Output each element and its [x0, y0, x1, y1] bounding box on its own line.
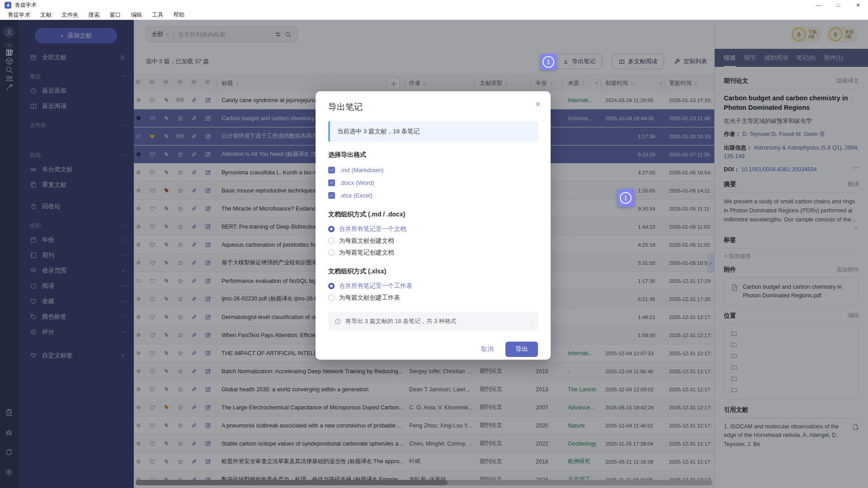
radio-unselected-icon[interactable] — [328, 249, 335, 256]
export-summary-note: 将导出 3 篇文献的 18 条笔记，共 3 种格式 — [328, 312, 538, 331]
format-checkbox-.docx (Word)[interactable]: .docx (Word) — [328, 176, 538, 189]
radio-selected-icon[interactable] — [328, 226, 335, 232]
maximize-button[interactable]: □ — [828, 0, 848, 10]
dialog-title: 导出笔记 — [328, 101, 538, 113]
menu-item-窗口[interactable]: 窗口 — [105, 10, 126, 20]
minimize-button[interactable]: — — [808, 0, 828, 10]
step-annotation-badge: 1 — [540, 54, 557, 70]
export-notes-dialog: 导出笔记 ✕ 当前选中 3 篇文献，18 条笔记 选择导出格式 .md (Mar… — [316, 91, 551, 360]
radio-selected-icon[interactable] — [328, 283, 335, 289]
menu-item-文献[interactable]: 文献 — [35, 10, 57, 20]
menu-item-编辑[interactable]: 编辑 — [126, 10, 147, 20]
step-annotation-badge: 1 — [617, 189, 634, 207]
dialog-close-icon[interactable]: ✕ — [535, 100, 541, 108]
window-title: 青提学术 — [15, 1, 37, 9]
menu-item-青提学术[interactable]: 青提学术 — [3, 10, 35, 20]
doc-org-section-label: 文档组织方式 (.md / .docx) — [328, 211, 538, 219]
format-checkbox-.xlsx (Excel)[interactable]: .xlsx (Excel) — [328, 189, 538, 202]
app-window: 青提学术 — □ ✕ 青提学术文献文件夹搜索窗口编辑工具帮助 VIP + 添加文… — [0, 0, 868, 488]
doc-org-option-合并所有笔记至一个文档[interactable]: 合并所有笔记至一个文档 — [328, 223, 538, 235]
menu-item-工具[interactable]: 工具 — [147, 10, 169, 20]
radio-unselected-icon[interactable] — [328, 295, 335, 301]
format-checkbox-.md (Markdown)[interactable]: .md (Markdown) — [328, 164, 538, 176]
format-section-label: 选择导出格式 — [328, 151, 538, 159]
doc-org-option-为每篇笔记创建文档[interactable]: 为每篇笔记创建文档 — [328, 247, 538, 258]
close-button[interactable]: ✕ — [848, 0, 868, 10]
export-confirm-button[interactable]: 导出 — [505, 342, 538, 357]
menu-item-帮助[interactable]: 帮助 — [169, 10, 190, 20]
info-icon — [335, 318, 341, 325]
checkbox-checked-icon[interactable] — [328, 179, 335, 186]
doc-org-option-为每篇文献创建文档[interactable]: 为每篇文献创建文档 — [328, 235, 538, 247]
xlsx-org-option-合并所有笔记至一个工作表[interactable]: 合并所有笔记至一个工作表 — [328, 280, 538, 292]
checkbox-checked-icon[interactable] — [328, 192, 335, 199]
cancel-button[interactable]: 取消 — [481, 345, 494, 353]
xlsx-org-section-label: 文档组织方式 (.xlsx) — [328, 267, 538, 276]
titlebar: 青提学术 — □ ✕ — [0, 0, 868, 10]
radio-unselected-icon[interactable] — [328, 238, 335, 244]
checkbox-checked-icon[interactable] — [328, 167, 335, 174]
menu-item-搜索[interactable]: 搜索 — [84, 10, 105, 20]
selection-info-banner: 当前选中 3 篇文献，18 条笔记 — [328, 121, 538, 142]
menu-item-文件夹[interactable]: 文件夹 — [57, 10, 84, 20]
xlsx-org-option-为每篇文献创建工作表[interactable]: 为每篇文献创建工作表 — [328, 292, 538, 304]
app-logo-icon — [5, 2, 11, 9]
menubar: 青提学术文献文件夹搜索窗口编辑工具帮助 — [0, 10, 868, 20]
